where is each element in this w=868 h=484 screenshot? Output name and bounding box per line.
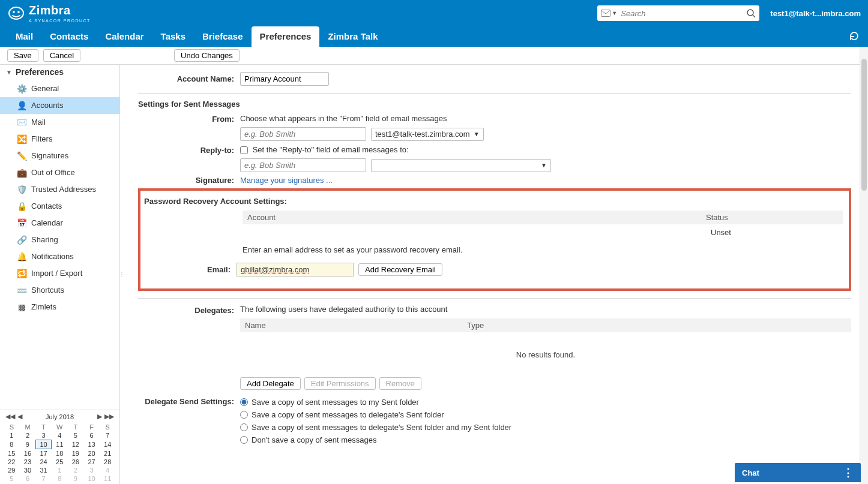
- vertical-scrollbar[interactable]: [860, 47, 868, 484]
- radio-input[interactable]: [240, 436, 248, 444]
- account-name-input[interactable]: [240, 72, 329, 86]
- delegate-send-option[interactable]: Save a copy of sent messages to delegate…: [240, 421, 511, 434]
- cal-next-month-icon[interactable]: ▶: [97, 413, 103, 420]
- radio-input[interactable]: [240, 411, 248, 419]
- replyto-name-input[interactable]: [240, 158, 366, 172]
- chat-bar[interactable]: Chat ⋮: [735, 463, 861, 482]
- sidebar-item-signatures[interactable]: ✏️Signatures: [0, 148, 119, 164]
- from-name-input[interactable]: [240, 127, 366, 141]
- tab-zimbra-talk[interactable]: Zimbra Talk: [319, 26, 386, 47]
- add-delegate-button[interactable]: Add Delegate: [240, 377, 301, 390]
- cal-day[interactable]: 13: [83, 440, 100, 449]
- search-box[interactable]: ▼: [597, 5, 759, 21]
- cal-next-year-icon[interactable]: ▶▶: [104, 413, 115, 420]
- cal-day[interactable]: 1: [52, 466, 68, 474]
- remove-delegate-button[interactable]: Remove: [379, 377, 421, 390]
- sidebar-item-accounts[interactable]: 👤Accounts: [0, 97, 119, 114]
- cal-day[interactable]: 7: [100, 431, 116, 440]
- sidebar-item-out-of-office[interactable]: 💼Out of Office: [0, 164, 119, 181]
- cal-day[interactable]: 17: [35, 449, 52, 458]
- cal-day[interactable]: 4: [52, 431, 68, 440]
- cal-day[interactable]: 15: [4, 449, 20, 458]
- cal-day[interactable]: 28: [100, 458, 116, 466]
- cal-day[interactable]: 27: [83, 458, 100, 466]
- replyto-checkbox[interactable]: [240, 146, 248, 154]
- edit-permissions-button[interactable]: Edit Permissions: [304, 377, 376, 390]
- cal-day[interactable]: 5: [4, 474, 20, 483]
- cal-day[interactable]: 31: [35, 466, 52, 474]
- cal-prev-month-icon[interactable]: ◀: [17, 413, 23, 420]
- cal-day[interactable]: 10: [35, 440, 52, 449]
- cal-day[interactable]: 14: [100, 440, 116, 449]
- cal-day[interactable]: 3: [83, 466, 100, 474]
- sidebar-item-filters[interactable]: 🔀Filters: [0, 131, 119, 148]
- sidebar-item-sharing[interactable]: 🔗Sharing: [0, 232, 119, 248]
- add-recovery-email-button[interactable]: Add Recovery Email: [358, 263, 442, 276]
- cal-day[interactable]: 9: [68, 474, 84, 483]
- radio-input[interactable]: [240, 398, 248, 406]
- user-menu[interactable]: test1@talk-t...imbra.com: [770, 9, 861, 18]
- save-button[interactable]: Save: [7, 49, 38, 62]
- cal-day[interactable]: 18: [52, 449, 68, 458]
- sidebar-item-mail[interactable]: ✉️Mail: [0, 114, 119, 131]
- tab-mail[interactable]: Mail: [7, 26, 41, 47]
- sidebar-item-contacts[interactable]: 🔒Contacts: [0, 198, 119, 215]
- cal-day[interactable]: 11: [100, 474, 116, 483]
- sidebar-item-import-export[interactable]: 🔁Import / Export: [0, 265, 119, 282]
- cal-title[interactable]: July 2018: [46, 413, 74, 420]
- tab-calendar[interactable]: Calendar: [97, 26, 152, 47]
- sidebar-item-zimlets[interactable]: ▩Zimlets: [0, 299, 119, 315]
- cal-day[interactable]: 16: [20, 449, 36, 458]
- cal-day[interactable]: 21: [100, 449, 116, 458]
- search-icon[interactable]: [746, 8, 756, 18]
- cal-day[interactable]: 26: [68, 458, 84, 466]
- cal-day[interactable]: 25: [52, 458, 68, 466]
- cal-day[interactable]: 10: [83, 474, 100, 483]
- cal-day[interactable]: 19: [68, 449, 84, 458]
- search-input[interactable]: [621, 9, 743, 18]
- cal-prev-year-icon[interactable]: ◀◀: [5, 413, 16, 420]
- sidebar-item-trusted-addresses[interactable]: 🛡️Trusted Addresses: [0, 181, 119, 198]
- cal-day[interactable]: 6: [83, 431, 100, 440]
- manage-signatures-link[interactable]: Manage your signatures ...: [240, 176, 333, 185]
- cal-day[interactable]: 8: [52, 474, 68, 483]
- cal-day[interactable]: 29: [4, 466, 20, 474]
- delegate-send-option[interactable]: Save a copy of sent messages to my Sent …: [240, 396, 511, 408]
- search-scope-icon[interactable]: ▼: [601, 10, 617, 17]
- cal-day[interactable]: 4: [100, 466, 116, 474]
- refresh-icon[interactable]: [849, 31, 860, 43]
- tab-preferences[interactable]: Preferences: [252, 26, 320, 47]
- sidebar-item-general[interactable]: ⚙️General: [0, 80, 119, 97]
- cal-day[interactable]: 8: [4, 440, 20, 449]
- cal-day[interactable]: 11: [52, 440, 68, 449]
- cal-day[interactable]: 20: [83, 449, 100, 458]
- tab-briefcase[interactable]: Briefcase: [194, 26, 252, 47]
- replyto-address-dropdown[interactable]: ▼: [371, 159, 551, 172]
- tab-tasks[interactable]: Tasks: [152, 26, 194, 47]
- cal-day[interactable]: 3: [35, 431, 52, 440]
- undo-changes-button[interactable]: Undo Changes: [174, 49, 240, 62]
- sidebar-header[interactable]: ▼ Preferences: [0, 65, 119, 80]
- delegate-send-option[interactable]: Don't save a copy of sent messages: [240, 434, 511, 446]
- cal-day[interactable]: 2: [20, 431, 36, 440]
- sidebar-item-notifications[interactable]: 🔔Notifications: [0, 248, 119, 265]
- cal-day[interactable]: 22: [4, 458, 20, 466]
- cal-day[interactable]: 6: [20, 474, 36, 483]
- from-address-dropdown[interactable]: test1@talk-test.zimbra.com ▼: [371, 128, 484, 141]
- cal-day[interactable]: 2: [68, 466, 84, 474]
- cal-day[interactable]: 5: [68, 431, 84, 440]
- radio-input[interactable]: [240, 423, 248, 431]
- cal-day[interactable]: 7: [35, 474, 52, 483]
- cancel-button[interactable]: Cancel: [43, 49, 80, 62]
- cal-day[interactable]: 9: [20, 440, 36, 449]
- sidebar-item-shortcuts[interactable]: ⌨️Shortcuts: [0, 282, 119, 299]
- cal-day[interactable]: 24: [35, 458, 52, 466]
- collapse-triangle-icon[interactable]: ▼: [6, 69, 12, 76]
- cal-day[interactable]: 12: [68, 440, 84, 449]
- delegate-send-option[interactable]: Save a copy of sent messages to delegate…: [240, 408, 511, 421]
- tab-contacts[interactable]: Contacts: [41, 26, 97, 47]
- cal-day[interactable]: 30: [20, 466, 36, 474]
- cal-day[interactable]: 23: [20, 458, 36, 466]
- recovery-email-input[interactable]: gbillat@zimbra.com: [237, 263, 354, 276]
- cal-day[interactable]: 1: [4, 431, 20, 440]
